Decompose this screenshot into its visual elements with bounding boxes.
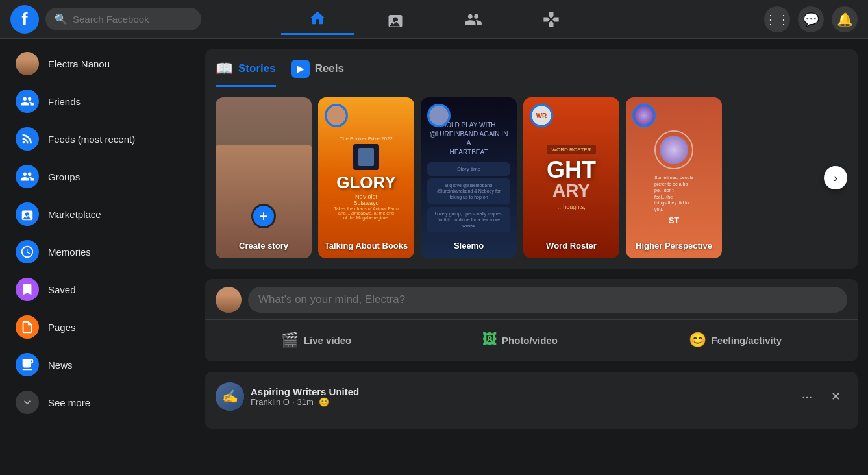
sidebar-item-feeds[interactable]: Feeds (most recent) <box>5 121 190 157</box>
nav-right: ⋮⋮ 💬 🔔 <box>764 6 858 32</box>
search-icon: 🔍 <box>55 13 68 25</box>
marketplace-icon <box>16 202 39 226</box>
sidebar-item-marketplace[interactable]: Marketplace <box>5 196 190 232</box>
post-header-actions: ··· ✕ <box>795 385 847 408</box>
sidebar-user-name: Electra Nanou <box>48 58 110 69</box>
nav-gaming-button[interactable] <box>515 4 588 35</box>
post-input-field[interactable] <box>248 287 847 313</box>
live-video-icon: 🎬 <box>281 332 299 348</box>
feeling-activity-icon: 😊 <box>689 332 706 348</box>
stories-tab-icon: 📖 <box>216 60 233 77</box>
nav-marketplace-button[interactable] <box>359 4 432 35</box>
nav-groups-button[interactable] <box>437 4 510 35</box>
group-name: Aspiring Writers United <box>251 386 795 397</box>
story-higher-card[interactable]: Sometimes, peopleprefer to be a bope…don… <box>626 97 722 258</box>
search-input[interactable] <box>73 14 192 25</box>
live-video-button[interactable]: 🎬 Live video <box>271 326 362 354</box>
sidebar-news-label: News <box>48 359 73 371</box>
sidebar-item-user[interactable]: Electra Nanou <box>5 45 190 82</box>
friends-icon <box>16 90 39 113</box>
glory-sub: Takes the chaos of Animal Farmand…Zimbab… <box>334 206 399 220</box>
nav-messenger-icon[interactable]: 💬 <box>798 6 824 32</box>
stories-card: 📖 Stories ▶ Reels + Create story <box>205 49 858 269</box>
nav-menu-icon[interactable]: ⋮⋮ <box>764 6 790 32</box>
photo-video-icon: 🖼 <box>482 332 497 348</box>
sidebar-item-groups[interactable]: Groups <box>5 158 190 195</box>
reels-icon: ▶ <box>291 60 310 78</box>
post-input-row <box>216 287 847 313</box>
post-author: Franklin O <box>251 397 290 407</box>
post-meta: Franklin O · 31m 😊 <box>251 397 795 407</box>
feed: 📖 Stories ▶ Reels + Create story <box>195 39 868 475</box>
search-bar[interactable]: 🔍 <box>45 8 201 30</box>
story-glory-card[interactable]: The Booker Prize 2022 GLORY NoVioletBula… <box>318 97 414 258</box>
sidebar: Electra Nanou Friends Feeds (most recent… <box>0 39 195 475</box>
user-avatar <box>16 52 39 75</box>
sidebar-item-friends[interactable]: Friends <box>5 83 190 119</box>
top-nav: f 🔍 ⋮⋮ 💬 <box>0 0 868 39</box>
glory-author: NoVioletBulawayo <box>353 193 378 206</box>
sidebar-saved-label: Saved <box>48 284 76 295</box>
nav-center <box>281 4 588 35</box>
saved-icon <box>16 278 39 301</box>
stories-row: + Create story The Booker Prize 2022 GLO… <box>216 97 847 258</box>
nav-home-button[interactable] <box>281 4 354 35</box>
post-user-info: Aspiring Writers United Franklin O · 31m… <box>251 386 795 407</box>
sleemo-avatar-ring <box>427 104 451 127</box>
create-story-label: Create story <box>216 241 312 250</box>
feed-post: ✍ Aspiring Writers United Franklin O · 3… <box>205 372 858 429</box>
sidebar-item-news[interactable]: News <box>5 347 190 383</box>
post-user-avatar <box>216 287 242 313</box>
stories-tabs: 📖 Stories ▶ Reels <box>216 60 847 88</box>
glory-story-label: Talking About Books <box>318 241 414 250</box>
create-story-bg <box>216 97 312 258</box>
group-post-avatar: ✍ <box>216 382 244 411</box>
post-header: ✍ Aspiring Writers United Franklin O · 3… <box>216 382 847 411</box>
post-time: 31m <box>297 397 314 407</box>
post-emoji: 😊 <box>319 397 329 407</box>
photo-video-button[interactable]: 🖼 Photo/video <box>472 326 568 354</box>
glory-avatar-ring <box>325 104 348 127</box>
create-story-plus[interactable]: + <box>251 204 276 228</box>
news-icon <box>16 353 39 376</box>
sidebar-item-memories[interactable]: Memories <box>5 234 190 270</box>
glory-title: GLORY <box>336 174 395 191</box>
sidebar-item-see-more[interactable]: See more <box>5 384 190 420</box>
sidebar-feeds-label: Feeds (most recent) <box>48 134 135 145</box>
see-more-icon <box>16 391 39 414</box>
sidebar-item-saved[interactable]: Saved <box>5 271 190 308</box>
sidebar-memories-label: Memories <box>48 247 91 258</box>
memories-icon <box>16 240 39 263</box>
post-actions: 🎬 Live video 🖼 Photo/video 😊 Feeling/act… <box>216 326 847 354</box>
higher-story-label: Higher Perspective <box>626 241 722 250</box>
sidebar-item-pages[interactable]: Pages <box>5 309 190 345</box>
sidebar-groups-label: Groups <box>48 171 80 182</box>
tab-reels[interactable]: ▶ Reels <box>291 60 344 88</box>
sidebar-marketplace-label: Marketplace <box>48 209 101 220</box>
higher-avatar-ring <box>632 104 656 127</box>
post-divider <box>205 319 858 320</box>
post-options-button[interactable]: ··· <box>795 385 819 408</box>
wordroste-story-label: Word Roster <box>523 241 619 250</box>
story-wordroste-card[interactable]: WR WORD ROSTER GHT ARY …houghts, Word Ro… <box>523 97 619 258</box>
nav-bell-icon[interactable]: 🔔 <box>832 6 858 32</box>
post-close-button[interactable]: ✕ <box>824 385 847 408</box>
story-sleemo-card[interactable]: BOLD PLAY WITH@LUREINBAND AGAIN IN AHEAR… <box>421 97 517 258</box>
groups-icon <box>16 165 39 188</box>
sidebar-friends-label: Friends <box>48 96 81 107</box>
stories-next-button[interactable]: › <box>824 166 847 189</box>
story-create-card[interactable]: + Create story <box>216 97 312 258</box>
post-box: 🎬 Live video 🖼 Photo/video 😊 Feeling/act… <box>205 279 858 361</box>
sidebar-pages-label: Pages <box>48 322 76 333</box>
sidebar-see-more-label: See more <box>48 397 90 408</box>
sleemo-story-label: Sleemo <box>421 241 517 250</box>
tab-stories[interactable]: 📖 Stories <box>216 60 276 87</box>
feeling-activity-button[interactable]: 😊 Feeling/activity <box>678 326 792 354</box>
wordroste-avatar-ring: WR <box>530 104 553 127</box>
facebook-logo[interactable]: f <box>10 5 39 34</box>
pages-icon <box>16 315 39 339</box>
feeds-icon <box>16 127 39 151</box>
main-layout: Electra Nanou Friends Feeds (most recent… <box>0 39 868 475</box>
